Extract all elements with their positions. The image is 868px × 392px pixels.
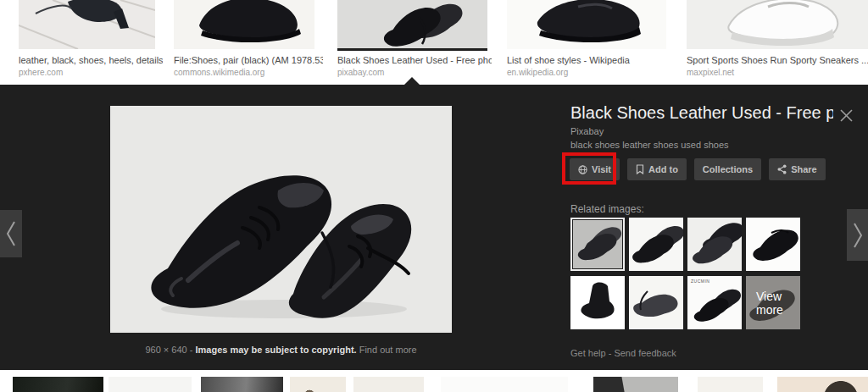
collections-label: Collections (703, 164, 753, 174)
view-more-overlay: View more (746, 276, 800, 329)
result-caption-5: Sport Sports Shoes Run Sporty Sneakers .… (687, 55, 868, 77)
action-buttons-row: Visit Add to Collections Share (570, 158, 826, 180)
add-to-button[interactable]: Add to (627, 158, 687, 180)
result-caption-4: List of shoe styles - Wikipedia en.wikip… (507, 55, 668, 77)
related-thumbnail-5[interactable] (570, 276, 625, 329)
close-icon (839, 108, 854, 123)
partial-thumbnail[interactable] (353, 377, 424, 392)
partial-thumbnail[interactable] (698, 377, 763, 392)
footer-separator: - (609, 348, 612, 358)
panel-footer: Get help - Send feedback (570, 348, 676, 358)
result-title[interactable]: List of shoe styles - Wikipedia (507, 55, 668, 65)
next-image-button[interactable] (847, 209, 868, 261)
result-domain: pxhere.com (19, 68, 163, 77)
result-caption-1: leather, black, shoes, heels, details ..… (19, 55, 163, 77)
prev-image-button[interactable] (0, 210, 22, 257)
close-button[interactable] (836, 105, 856, 125)
related-image (573, 220, 622, 268)
result-thumbnail-1[interactable] (19, 0, 155, 49)
share-icon (777, 164, 787, 174)
result-title[interactable]: Sport Sports Shoes Run Sporty Sneakers .… (687, 55, 868, 65)
result-thumbnail-4[interactable] (507, 0, 666, 49)
result-domain: commons.wikimedia.org (174, 68, 323, 77)
watermark-label: ZUCMIN (691, 279, 709, 284)
add-to-label: Add to (648, 164, 678, 174)
main-photo-black-shoes (110, 106, 452, 333)
related-thumbnail-4[interactable] (746, 218, 800, 271)
partial-thumbnail[interactable] (441, 377, 568, 392)
image-meta-line: 960 × 640 - Images may be subject to cop… (110, 345, 452, 355)
thumbnail-image-black-shoes (337, 0, 487, 49)
thumbnail-image-heels (19, 0, 155, 49)
image-preview-panel: 960 × 640 - Images may be subject to cop… (0, 85, 868, 370)
related-thumbnail-1-selected[interactable] (570, 218, 625, 271)
share-label: Share (791, 164, 817, 174)
find-out-more-link[interactable]: Find out more (359, 345, 417, 355)
visit-label: Visit (592, 164, 611, 174)
result-thumbnail-3-selected[interactable] (337, 0, 487, 49)
partial-thumbnail[interactable] (201, 377, 283, 392)
collections-button[interactable]: Collections (694, 158, 761, 180)
panel-notch (404, 77, 420, 85)
image-description: black shoes leather shoes used shoes (570, 140, 729, 150)
google-images-results-page: leather, black, shoes, heels, details ..… (0, 0, 868, 392)
chevron-left-icon (4, 217, 18, 251)
visit-button[interactable]: Visit (570, 158, 620, 180)
result-thumbnail-5[interactable] (687, 0, 868, 49)
related-thumbnail-2[interactable] (629, 218, 683, 271)
result-domain: pixabay.com (337, 68, 492, 77)
send-feedback-link[interactable]: Send feedback (614, 348, 676, 358)
source-label[interactable]: Pixabay (570, 126, 604, 136)
related-thumbnail-7[interactable]: ZUCMIN (687, 276, 742, 329)
preview-title[interactable]: Black Shoes Leather Used - Free ph… (570, 103, 833, 123)
thumbnail-image-loafer (507, 0, 666, 49)
bottom-results-row (0, 370, 868, 392)
related-thumbnail-6[interactable] (629, 276, 683, 329)
result-domain: en.wikipedia.org (507, 68, 668, 77)
selected-result-underline (337, 48, 487, 51)
meta-separator: - (190, 345, 193, 355)
partial-thumbnail[interactable] (290, 377, 346, 392)
share-button[interactable]: Share (769, 158, 826, 180)
related-images-label: Related images: (570, 203, 644, 215)
result-title[interactable]: Black Shoes Leather Used - Free photo... (337, 55, 492, 65)
bookmark-icon (636, 164, 644, 174)
get-help-link[interactable]: Get help (570, 348, 606, 358)
thumbnail-image-sneaker (687, 0, 868, 49)
result-domain: maxpixel.net (687, 68, 868, 77)
result-title[interactable]: leather, black, shoes, heels, details ..… (19, 55, 163, 65)
view-more-label: View more (756, 290, 790, 317)
partial-thumbnail[interactable] (593, 377, 678, 392)
result-caption-3: Black Shoes Leather Used - Free photo...… (337, 55, 492, 77)
result-title[interactable]: File:Shoes, pair (black) (AM 1978.53-... (174, 55, 323, 65)
related-thumbnail-3[interactable] (687, 218, 742, 271)
chevron-right-icon (851, 218, 865, 252)
partial-thumbnail[interactable] (777, 377, 868, 392)
result-thumbnail-2[interactable] (174, 0, 314, 49)
related-thumbnail-8-view-more[interactable]: View more (746, 276, 800, 329)
image-size-label: 960 × 640 (145, 345, 186, 355)
thumbnail-image-shoe-toe (174, 0, 314, 49)
copyright-notice: Images may be subject to copyright. (196, 345, 357, 355)
result-caption-2: File:Shoes, pair (black) (AM 1978.53-...… (174, 55, 323, 77)
partial-thumbnail[interactable] (13, 377, 103, 392)
partial-thumbnail[interactable] (108, 377, 192, 392)
main-image[interactable] (110, 106, 452, 333)
globe-icon (578, 165, 587, 174)
